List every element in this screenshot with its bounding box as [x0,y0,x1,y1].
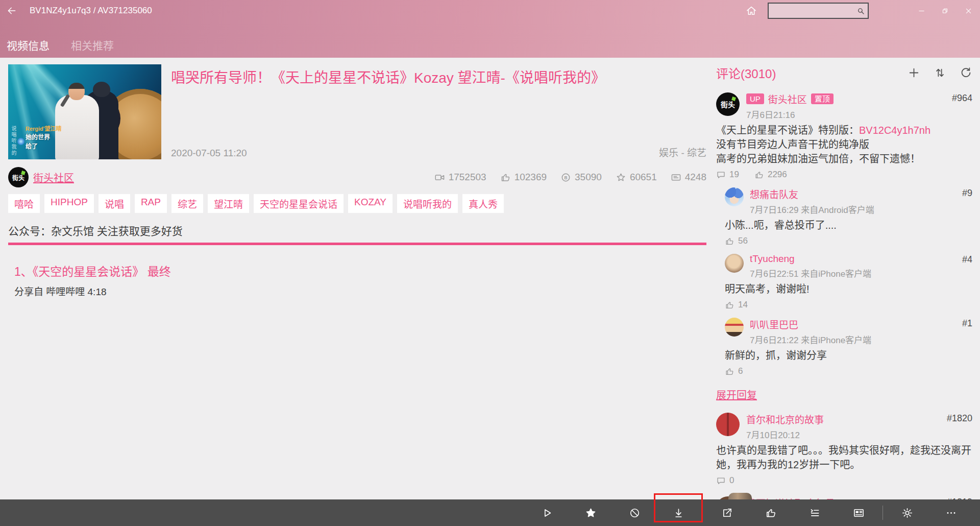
tag-chip[interactable]: 综艺 [172,194,203,213]
commenter-avatar[interactable] [716,413,740,436]
commenter-name[interactable]: tTyucheng [750,253,795,265]
avatar-text: 街头 [721,99,735,109]
play-button[interactable] [539,505,554,520]
comments-header: 评论(3010) [716,64,972,82]
comment-footer: 192296 [716,170,972,180]
comment-meta: 7月6日21:16 [746,108,972,121]
comment-text: 也许真的是我错了吧。。。我妈其实很好啊，趁我还没离开她，我再为我的12岁拼一下吧… [716,445,971,470]
comment-footer: 0 [716,475,972,486]
uploader-avatar[interactable]: 街头 [8,167,29,187]
comment-name-row: tTyucheng [750,253,972,265]
expand-replies-link[interactable]: 展开回复 [716,387,972,402]
count-value: 2296 [768,170,787,180]
like-count-button[interactable]: 14 [725,300,748,310]
block-button[interactable] [627,505,642,520]
tag-chip[interactable]: 望江晴 [208,194,249,213]
commenter-avatar[interactable] [725,254,744,273]
comment-line: 《天上的星星不说话》特别版：BV12C4y1h7nh [716,123,972,137]
episode-title[interactable]: 1、《天空的星星会说话》 最终 [14,262,706,279]
more-icon [945,507,957,519]
reply-count-button[interactable]: 19 [716,170,739,180]
tag-chip[interactable]: 嘻哈 [8,194,40,213]
settings-button[interactable] [899,505,915,520]
comment-floor-number: #9 [962,188,972,199]
svg-text:B: B [565,175,568,180]
coins-icon: B [560,172,571,183]
commenter-avatar[interactable] [725,318,744,337]
info-card-button[interactable] [851,505,866,520]
commenter-name[interactable]: 首尔和北京的故事 [746,412,824,426]
tag-chip[interactable]: KOZAY [348,194,393,213]
search-box[interactable] [768,3,869,19]
commenter-name[interactable]: 想痛击队友 [750,187,798,201]
comment-head: 想痛击队友#97月7日16:29 来自Android客户端 [725,186,972,216]
minimize-button[interactable] [910,0,933,21]
tag-chip[interactable]: RAP [135,194,167,213]
video-head: Rergid'望江晴 她的世界 给了 说唱听我的 唱哭所有导师！《天上的星星不说… [8,64,706,159]
restore-button[interactable] [933,0,957,21]
count-value: 6 [738,366,743,376]
like-button[interactable] [763,505,778,520]
sort-comments-button[interactable] [934,66,946,79]
search-icon[interactable] [856,7,865,15]
comment-line: 小陈...呃，睿总投币了.... [725,218,972,232]
tag-chip[interactable]: 真人秀 [462,194,504,213]
uploader[interactable]: 街头 街头社区 [8,167,74,187]
comment-body: 《天上的星星不说话》特别版：BV12C4y1h7nh 没有节目旁边人声音干扰的纯… [716,123,972,166]
like-count-button[interactable]: 56 [725,236,748,246]
comment-line: 明天高考，谢谢啦! [725,282,972,296]
video-thumbnail[interactable]: Rergid'望江晴 她的世界 给了 说唱听我的 [8,64,161,159]
video-stats: 1752503102369B35090606514248 [434,172,706,183]
tab-video-info[interactable]: 视频信息 [7,37,50,53]
tag-chip[interactable]: 天空的星星会说话 [254,194,344,213]
info-card-icon [853,507,865,519]
commenter-name[interactable]: 叭叭里巴巴 [750,317,798,331]
commenter-avatar[interactable]: 街头 [716,92,740,116]
commenter-name[interactable]: 我不知道该取啥名啊 [746,496,834,499]
comment-text: 高考的兄弟姐妹加油运气加倍，不留下遗憾！ [716,153,920,164]
comment-head: 街头UP街头社区置顶#9647月6日21:16 [716,91,972,121]
commenter-name[interactable]: 街头社区 [768,92,807,106]
comment-video-link[interactable]: BV12C4y1h7nh [859,125,930,136]
caption-line2: 给了 [26,142,61,151]
commenter-avatar[interactable] [725,187,744,206]
close-button[interactable] [957,0,980,21]
count-value: 14 [738,300,748,310]
video-category[interactable]: 娱乐 - 综艺 [659,145,706,159]
add-comment-button[interactable] [908,66,920,79]
search-input[interactable] [769,7,856,15]
playlist-button[interactable] [807,505,822,520]
comment-text: 小陈...呃，睿总投币了.... [725,220,837,231]
comment-body: 明天高考，谢谢啦! [725,282,972,296]
video-info-panel: Rergid'望江晴 她的世界 给了 说唱听我的 唱哭所有导师！《天上的星星不说… [0,58,709,499]
tag-list: 嘻哈HIPHOP说唱RAP综艺望江晴天空的星星会说话KOZAY说唱听我的真人秀 [8,194,706,213]
download-button[interactable] [671,505,686,520]
reply-bubble-icon [716,476,726,486]
like-count-button[interactable]: 2296 [754,170,787,180]
stat-danmaku: 4248 [671,172,706,183]
caption-artist: Rergid'望江晴 [26,125,61,133]
tag-chip[interactable]: 说唱 [99,194,130,213]
reply-bubble-icon [716,170,726,180]
partial-avatar [728,493,752,499]
pink-divider [8,243,706,245]
tag-chip[interactable]: 说唱听我的 [397,194,458,213]
refresh-comments-button[interactable] [960,66,972,79]
stat-coins: B35090 [560,172,602,183]
like-count-button[interactable]: 6 [725,366,743,376]
views-icon [434,172,445,183]
comments-actions [908,66,972,79]
home-button[interactable] [738,0,765,21]
share-button[interactable] [719,505,734,520]
tab-related[interactable]: 相关推荐 [71,37,114,53]
comments-title: 评论(3010) [716,64,776,82]
back-button[interactable] [0,0,23,21]
favorite-button[interactable] [583,505,598,520]
more-button[interactable] [943,505,959,520]
comment-floor-number: #1820 [947,413,972,424]
reply-count-button[interactable]: 0 [716,475,734,486]
tag-chip[interactable]: HIPHOP [44,194,94,213]
uploader-name[interactable]: 街头社区 [33,170,74,185]
content: Rergid'望江晴 她的世界 给了 说唱听我的 唱哭所有导师！《天上的星星不说… [0,58,980,499]
comment-text: 没有节目旁边人声音干扰的纯净版 [716,139,869,150]
